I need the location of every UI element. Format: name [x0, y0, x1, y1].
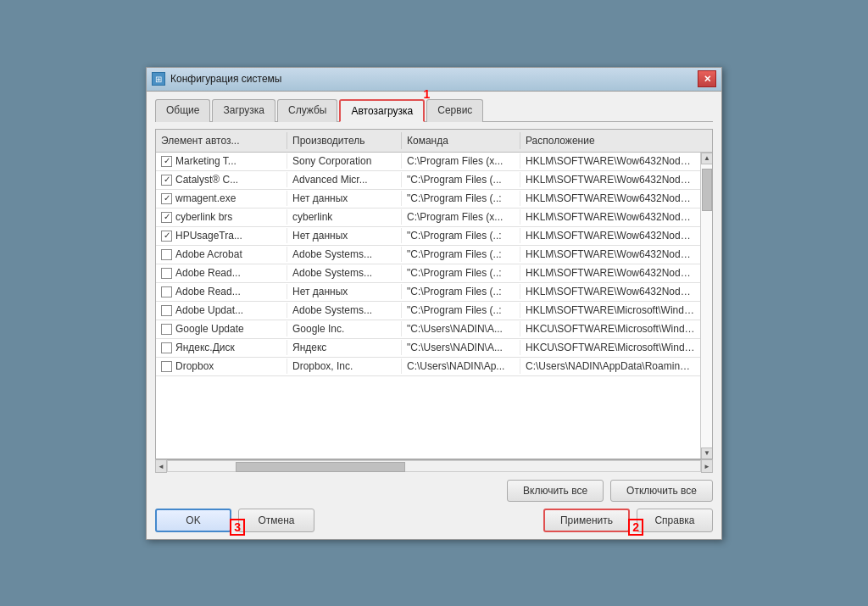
td-loc-6: HKLM\SOFTWARE\Wow6432Node\Micr... — [520, 265, 700, 281]
table-row: Яндекс.Диск Яндекс "C:\Users\NADIN\A... … — [156, 339, 700, 358]
td-loc-7: HKLM\SOFTWARE\Wow6432Node\Micr... — [520, 284, 700, 299]
table-row: Adobe Read... Adobe Systems... "C:\Progr… — [156, 264, 700, 283]
item-name-6: Adobe Read... — [175, 267, 241, 279]
tab-zagruzka[interactable]: Загрузка — [212, 99, 275, 122]
scroll-track — [701, 164, 712, 448]
vertical-scrollbar[interactable]: ▲ ▼ — [700, 153, 712, 459]
td-cmd-3: C:\Program Files (x... — [402, 209, 520, 225]
checkbox-0[interactable] — [161, 156, 172, 167]
annotation-1: 1 — [423, 87, 430, 101]
td-name-6: Adobe Read... — [156, 265, 287, 281]
td-name-11: Dropbox — [156, 359, 287, 374]
disable-all-button[interactable]: Отключить все — [610, 480, 713, 502]
table-row: Adobe Updat... Adobe Systems... "C:\Prog… — [156, 302, 700, 320]
table-row: wmagent.exe Нет данных "C:\Program Files… — [156, 190, 700, 208]
item-name-4: HPUsageTra... — [175, 230, 242, 242]
td-cmd-2: "C:\Program Files (..: — [402, 191, 520, 206]
item-name-9: Google Update — [175, 323, 244, 335]
scroll-right-arrow[interactable]: ► — [701, 459, 713, 473]
ok-cancel-group: OK 3 Отмена — [155, 509, 314, 532]
td-name-8: Adobe Updat... — [156, 303, 287, 318]
td-loc-9: HKCU\SOFTWARE\Microsoft\Windows\C... — [520, 321, 700, 336]
td-loc-10: HKCU\SOFTWARE\Microsoft\Windows\C... — [520, 340, 700, 355]
checkbox-7[interactable] — [161, 286, 172, 297]
checkbox-1[interactable] — [161, 175, 172, 186]
td-maker-0: Sony Corporation — [287, 153, 402, 169]
apply-button[interactable]: Применить — [543, 509, 630, 532]
checkbox-8[interactable] — [161, 305, 172, 316]
td-maker-6: Adobe Systems... — [287, 265, 402, 281]
td-cmd-10: "C:\Users\NADIN\A... — [402, 340, 520, 355]
item-name-7: Adobe Read... — [175, 286, 241, 297]
ok-button[interactable]: OK — [155, 509, 231, 532]
help-button[interactable]: Справка — [637, 509, 713, 532]
checkbox-4[interactable] — [161, 231, 172, 242]
checkbox-6[interactable] — [161, 268, 172, 279]
checkbox-11[interactable] — [161, 361, 172, 372]
td-cmd-5: "C:\Program Files (..: — [402, 247, 520, 262]
autostart-table-container: Элемент автоз... Производитель Команда Р… — [155, 129, 713, 459]
td-loc-2: HKLM\SOFTWARE\Wow6432Node\Micr... — [520, 191, 700, 206]
td-cmd-6: "C:\Program Files (..: — [402, 265, 520, 281]
hscroll-track — [167, 460, 701, 472]
td-loc-11: C:\Users\NADIN\AppData\Roaming\Mic... — [520, 359, 700, 374]
td-name-5: Adobe Acrobat — [156, 247, 287, 262]
table-row: cyberlink brs cyberlink C:\Program Files… — [156, 208, 700, 227]
tab-sluzhby[interactable]: Службы — [277, 99, 337, 122]
table-row: Adobe Acrobat Adobe Systems... "C:\Progr… — [156, 246, 700, 264]
enable-all-button[interactable]: Включить все — [507, 480, 604, 502]
td-name-10: Яндекс.Диск — [156, 340, 287, 355]
item-name-3: cyberlink brs — [175, 211, 232, 223]
td-loc-1: HKLM\SOFTWARE\Wow6432Node\Micr... — [520, 172, 700, 187]
td-maker-7: Нет данных — [287, 284, 402, 299]
ok-wrapper: OK 3 — [155, 509, 231, 532]
td-maker-10: Яндекс — [287, 340, 402, 355]
th-loc: Расположение — [520, 132, 700, 149]
apply-wrapper: Применить 2 — [543, 509, 630, 532]
td-maker-5: Adobe Systems... — [287, 247, 402, 262]
td-name-7: Adobe Read... — [156, 284, 287, 299]
title-bar-left: ⊞ Конфигурация системы — [152, 72, 281, 86]
scroll-up-arrow[interactable]: ▲ — [701, 153, 713, 164]
item-name-11: Dropbox — [175, 360, 214, 372]
tab-bar: Общие Загрузка Службы Автозагрузка 1 Сер… — [155, 98, 713, 122]
window-content: Общие Загрузка Службы Автозагрузка 1 Сер… — [147, 92, 721, 539]
dialog-buttons: OK 3 Отмена Применить 2 Справка — [155, 509, 713, 532]
td-name-9: Google Update — [156, 321, 287, 336]
checkbox-10[interactable] — [161, 342, 172, 353]
table-row: HPUsageTra... Нет данных "C:\Program Fil… — [156, 227, 700, 246]
td-loc-0: HKLM\SOFTWARE\Wow6432Node\Micr... — [520, 153, 700, 169]
scroll-down-arrow[interactable]: ▼ — [701, 448, 713, 459]
item-name-1: Catalyst® C... — [175, 174, 238, 186]
td-cmd-11: C:\Users\NADIN\Ap... — [402, 359, 520, 374]
horizontal-scrollbar: ◄ ► — [155, 459, 713, 473]
table-row: Adobe Read... Нет данных "C:\Program Fil… — [156, 283, 700, 302]
cancel-button[interactable]: Отмена — [238, 509, 314, 532]
checkbox-5[interactable] — [161, 249, 172, 260]
checkbox-3[interactable] — [161, 212, 172, 223]
action-buttons: Включить все Отключить все — [155, 480, 713, 502]
tab-obshie[interactable]: Общие — [155, 99, 210, 122]
td-maker-4: Нет данных — [287, 228, 402, 243]
item-name-2: wmagent.exe — [175, 192, 236, 204]
tab-avtozagruzka[interactable]: Автозагрузка 1 — [339, 99, 425, 122]
window-title: Конфигурация системы — [170, 73, 281, 85]
td-cmd-7: "C:\Program Files (..: — [402, 284, 520, 299]
td-name-4: HPUsageTra... — [156, 228, 287, 243]
checkbox-2[interactable] — [161, 193, 172, 204]
close-button[interactable]: ✕ — [698, 70, 716, 87]
td-name-0: Marketing T... — [156, 153, 287, 169]
td-maker-9: Google Inc. — [287, 321, 402, 336]
td-maker-8: Adobe Systems... — [287, 303, 402, 318]
td-maker-11: Dropbox, Inc. — [287, 359, 402, 374]
td-cmd-4: "C:\Program Files (..: — [402, 228, 520, 243]
td-cmd-1: "C:\Program Files (... — [402, 172, 520, 187]
scroll-thumb[interactable] — [702, 169, 712, 211]
hscroll-thumb[interactable] — [236, 462, 405, 472]
system-config-window: ⊞ Конфигурация системы ✕ Общие Загрузка … — [146, 67, 722, 540]
td-loc-3: HKLM\SOFTWARE\Wow6432Node\Micr... — [520, 209, 700, 225]
tab-servis[interactable]: Сервис — [426, 99, 483, 122]
scroll-left-arrow[interactable]: ◄ — [155, 459, 167, 473]
checkbox-9[interactable] — [161, 324, 172, 335]
item-name-8: Adobe Updat... — [175, 304, 243, 316]
